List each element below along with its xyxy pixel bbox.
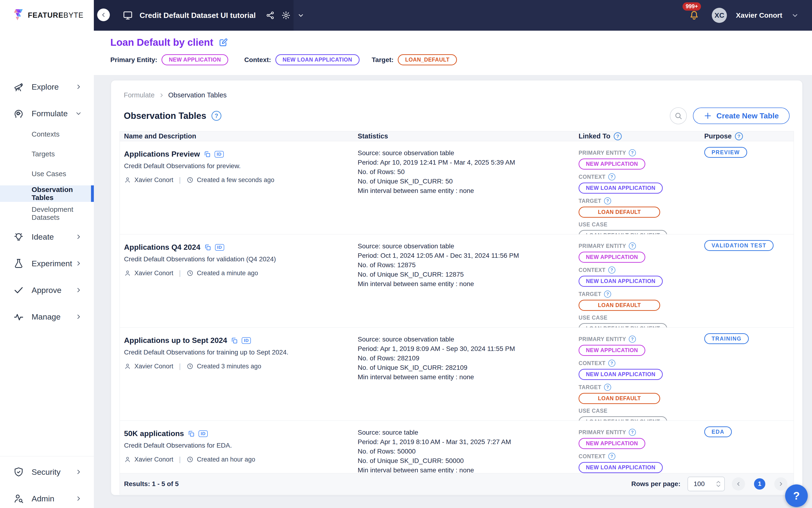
id-badge-icon[interactable]: ID — [242, 337, 251, 344]
previous-page-button[interactable] — [732, 477, 745, 491]
sidebar-item-formulate[interactable]: Formulate — [0, 104, 94, 123]
sidebar-item-targets[interactable]: Targets — [0, 146, 94, 162]
stat-rows: No. of Rows: 282109 — [358, 353, 579, 363]
purpose-chip[interactable]: TRAINING — [704, 333, 749, 344]
sidebar-item-security[interactable]: Security — [0, 463, 94, 481]
sidebar-item-admin[interactable]: Admin — [0, 489, 94, 508]
table-name[interactable]: Applications Q4 2024 — [124, 243, 200, 252]
context-chip[interactable]: NEW LOAN APPLICATION — [579, 276, 663, 287]
help-icon[interactable]: ? — [604, 198, 611, 205]
share-icon[interactable] — [266, 11, 275, 20]
copy-icon[interactable] — [188, 430, 195, 437]
id-badge-icon[interactable]: ID — [198, 430, 208, 437]
sidebar-item-contexts[interactable]: Contexts — [0, 126, 94, 142]
help-icon[interactable]: ? — [608, 359, 615, 367]
sidebar-item-ideate[interactable]: Ideate — [0, 227, 94, 246]
context-label: CONTEXT — [579, 360, 605, 367]
context-chip[interactable]: NEW LOAN APPLICATION — [275, 54, 360, 65]
purpose-chip[interactable]: EDA — [704, 426, 732, 437]
table-description: Credit Default Observations for preview. — [124, 162, 351, 170]
column-header-linked-to: Linked To? — [579, 132, 704, 140]
chevron-down-icon[interactable] — [791, 11, 799, 19]
target-chip[interactable]: LOAN DEFAULT — [579, 393, 660, 404]
primary-entity-label: PRIMARY ENTITY — [579, 150, 626, 156]
primary-entity-chip[interactable]: NEW APPLICATION — [579, 252, 645, 263]
table-name[interactable]: Applications up to Sept 2024 — [124, 336, 227, 345]
sidebar-item-development-datasets[interactable]: Development Datasets — [0, 205, 94, 222]
use-case-chip[interactable]: LOAN DEFAULT BY CLIENT — [579, 416, 667, 421]
help-fab-button[interactable]: ? — [785, 484, 808, 507]
help-icon[interactable]: ? — [608, 173, 615, 180]
help-icon[interactable]: ? — [604, 291, 611, 298]
stat-rows: No. of Rows: 12875 — [358, 260, 579, 270]
table-footer: Results: 1 - 5 of 5 Rows per page: 100 1 — [120, 473, 794, 494]
id-badge-icon[interactable]: ID — [215, 151, 224, 158]
help-icon[interactable]: ? — [608, 453, 615, 460]
primary-entity-chip[interactable]: NEW APPLICATION — [579, 438, 645, 449]
purpose-chip[interactable]: PREVIEW — [704, 147, 747, 158]
copy-icon[interactable] — [231, 337, 238, 344]
target-chip[interactable]: LOAN DEFAULT — [579, 300, 660, 311]
search-button[interactable] — [670, 107, 687, 124]
table-name[interactable]: 50K applications — [124, 429, 184, 438]
stat-min-interval: Min interval between same entity : none — [358, 372, 579, 382]
copy-icon[interactable] — [204, 244, 211, 251]
notifications-bell-icon[interactable]: 999+ — [689, 10, 700, 21]
table-description: Credit Default Observations for validati… — [124, 255, 351, 263]
created-time: Created 3 minutes ago — [197, 363, 261, 370]
sidebar-item-experiment[interactable]: Experiment — [0, 254, 94, 273]
target-label: Target: — [372, 56, 394, 64]
help-icon[interactable]: ? — [629, 243, 636, 250]
avatar[interactable]: XC — [712, 8, 727, 23]
person-icon — [124, 363, 131, 370]
author-name: Xavier Conort — [134, 456, 173, 463]
name-cell: Applications Preview ID Credit Default O… — [120, 141, 358, 234]
column-header-purpose: Purpose? — [704, 132, 794, 140]
help-icon[interactable]: ? — [608, 266, 615, 273]
id-badge-icon[interactable]: ID — [215, 244, 224, 251]
context-chip[interactable]: NEW LOAN APPLICATION — [579, 182, 663, 194]
divider: | — [179, 269, 181, 277]
help-icon[interactable]: ? — [629, 429, 636, 436]
sidebar-item-observation-tables[interactable]: Observation Tables — [0, 185, 94, 202]
sidebar-collapse-button[interactable] — [97, 8, 110, 21]
breadcrumb-parent[interactable]: Formulate — [124, 91, 155, 99]
help-icon[interactable]: ? — [604, 384, 611, 391]
sidebar-item-approve[interactable]: Approve — [0, 281, 94, 299]
context-chip[interactable]: NEW LOAN APPLICATION — [579, 462, 663, 473]
stat-period: Period: Apr 10, 2019 12:41 PM - Mar 4, 2… — [358, 158, 579, 167]
context-chip[interactable]: NEW LOAN APPLICATION — [579, 369, 663, 380]
table-name[interactable]: Applications Preview — [124, 150, 200, 159]
help-icon[interactable]: ? — [629, 336, 636, 343]
create-new-table-button[interactable]: Create New Table — [693, 108, 790, 124]
sidebar-item-manage[interactable]: Manage — [0, 307, 94, 326]
purpose-chip[interactable]: VALIDATION TEST — [704, 240, 774, 251]
statistics-cell: Source: source observation table Period:… — [358, 235, 579, 327]
next-page-button[interactable] — [774, 477, 787, 491]
copy-icon[interactable] — [204, 151, 211, 158]
sidebar-item-explore[interactable]: Explore — [0, 77, 94, 96]
table-row[interactable]: Applications Q4 2024 ID Credit Default O… — [120, 235, 794, 328]
linked-to-cell: PRIMARY ENTITY? NEW APPLICATION CONTEXT?… — [579, 235, 704, 327]
use-case-chip[interactable]: LOAN DEFAULT BY CLIENT — [579, 230, 667, 234]
help-icon[interactable]: ? — [212, 111, 221, 121]
target-chip[interactable]: LOAN DEFAULT — [579, 207, 660, 218]
help-icon[interactable]: ? — [629, 149, 636, 156]
rows-per-page-select[interactable]: 100 — [687, 477, 725, 491]
sidebar-item-use-cases[interactable]: Use Cases — [0, 166, 94, 182]
gear-icon[interactable] — [281, 11, 291, 20]
table-row[interactable]: 50K applications ID Credit Default Obser… — [120, 421, 794, 473]
use-case-chip[interactable]: LOAN DEFAULT BY CLIENT — [579, 323, 667, 327]
main-content: Loan Default by client Primary Entity: N… — [94, 31, 812, 508]
help-icon[interactable]: ? — [735, 132, 743, 140]
table-row[interactable]: Applications up to Sept 2024 ID Credit D… — [120, 328, 794, 421]
page-number-button[interactable]: 1 — [754, 478, 765, 490]
stat-rows: No. of Rows: 50 — [358, 167, 579, 177]
target-chip[interactable]: LOAN_DEFAULT — [398, 54, 457, 65]
primary-entity-chip[interactable]: NEW APPLICATION — [579, 159, 645, 170]
primary-entity-chip[interactable]: NEW APPLICATION — [162, 54, 228, 65]
edit-icon[interactable] — [218, 38, 228, 47]
table-row[interactable]: Applications Preview ID Credit Default O… — [120, 141, 794, 235]
primary-entity-chip[interactable]: NEW APPLICATION — [579, 345, 645, 356]
help-icon[interactable]: ? — [614, 132, 622, 140]
